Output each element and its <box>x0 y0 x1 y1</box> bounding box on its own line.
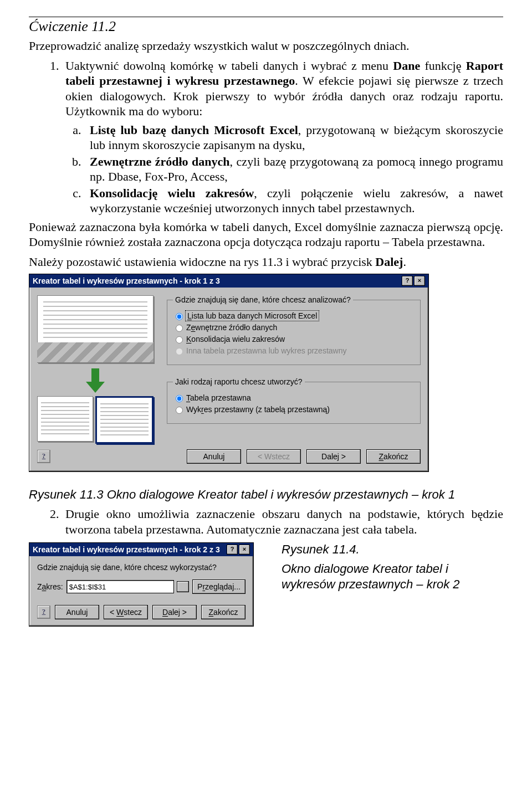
close-icon[interactable]: × <box>239 545 250 555</box>
after-list-paragraph-2: Należy pozostawić ustawienia widoczne na… <box>29 254 503 270</box>
next-button[interactable]: Dalej > <box>152 605 197 619</box>
step-1: Uaktywnić dowolną komórkę w tabeli danyc… <box>62 58 503 119</box>
dialog1-title: Kreator tabel i wykresów przestawnych - … <box>33 276 220 285</box>
cancel-button[interactable]: Anuluj <box>187 449 241 464</box>
opt-external[interactable]: Zewnętrzne źródło danych <box>173 323 415 332</box>
range-input[interactable]: $A$1:$I$31 <box>66 580 174 593</box>
opt-other-pivot: Inna tabela przestawna lub wykres przest… <box>173 346 415 355</box>
cancel-button[interactable]: Anuluj <box>55 605 99 619</box>
after-list-paragraph: Ponieważ zaznaczona była komórka w tabel… <box>29 219 503 250</box>
help-icon[interactable]: ? <box>37 450 50 463</box>
help-icon[interactable]: ? <box>37 606 50 619</box>
svg-marker-1 <box>86 382 105 393</box>
figure-caption-2-title: Rysunek 11.4. <box>282 542 503 557</box>
opt-excel-list[interactable]: Lista lub baza danych Microsoft Excel <box>173 311 415 320</box>
close-icon[interactable]: × <box>414 276 425 286</box>
wizard-illustration <box>37 295 154 444</box>
range-label: Zakres: <box>37 582 63 591</box>
dialog-step1: Kreator tabel i wykresów przestawnych - … <box>29 274 429 472</box>
group-data-source: Gdzie znajdują się dane, które chcesz an… <box>167 295 421 365</box>
arrow-down-icon <box>84 368 107 393</box>
figure-caption-1: Rysunek 11.3 Okno dialogowe Kreator tabe… <box>29 488 503 502</box>
option-c: Konsolidację wielu zakresów, czyli połąc… <box>84 186 503 216</box>
finish-button[interactable]: Zakończ <box>366 449 421 464</box>
dialog-step2: Kreator tabel i wykresów przestawnych - … <box>29 542 254 627</box>
opt-pivot-table[interactable]: Tabela przestawna <box>173 393 415 402</box>
finish-button[interactable]: Zakończ <box>201 605 245 619</box>
opt-pivot-chart[interactable]: Wykres przestawny (z tabelą przestawną) <box>173 405 415 414</box>
exercise-heading: Ćwiczenie 11.2 <box>29 17 503 35</box>
help-icon[interactable]: ? <box>402 276 413 286</box>
svg-rect-0 <box>91 368 99 382</box>
option-b: Zewnętrzne źródło danych, czyli bazę prz… <box>84 154 503 184</box>
figure-caption-2-body: Okno dialogowe Kreator tabel i wykresów … <box>282 561 503 592</box>
dialog2-question: Gdzie znajdują się dane, które chcesz wy… <box>37 563 245 572</box>
group-report-type: Jaki rodzaj raportu chcesz utworzyć? Tab… <box>167 377 421 424</box>
browse-button[interactable]: Przeglądaj... <box>192 579 245 594</box>
opt-consolidation[interactable]: Konsolidacja wielu zakresów <box>173 335 415 343</box>
next-button[interactable]: Dalej > <box>306 449 361 464</box>
range-picker-icon[interactable] <box>177 581 189 592</box>
back-button[interactable]: < Wstecz <box>104 605 148 619</box>
help-icon[interactable]: ? <box>227 545 238 555</box>
option-a: Listę lub bazę danych Microsoft Excel, p… <box>84 122 503 153</box>
intro-text: Przeprowadzić analizę sprzedaży wszystki… <box>29 38 503 54</box>
step-2: Drugie okno umożliwia zaznaczenie obszar… <box>62 506 503 537</box>
back-button: < Wstecz <box>247 449 301 464</box>
dialog2-title: Kreator tabel i wykresów przestawnych - … <box>33 545 220 554</box>
